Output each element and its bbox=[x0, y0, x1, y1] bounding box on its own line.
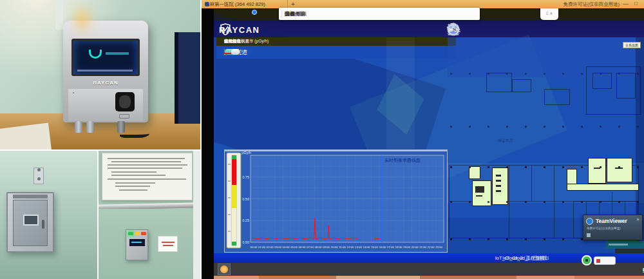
terminal-lower-panel bbox=[68, 89, 143, 121]
plan-column-dot bbox=[544, 166, 545, 168]
plan-column-dot bbox=[488, 166, 489, 168]
highlighted-room[interactable] bbox=[567, 169, 577, 184]
highlighted-room[interactable] bbox=[469, 166, 480, 179]
remote-taskbar: e X ▤ ENG 16:09 2015/5/26 bbox=[214, 263, 644, 276]
plan-column-dot bbox=[618, 73, 620, 75]
plan-column-dot bbox=[637, 201, 639, 203]
plan-column-dot bbox=[600, 73, 601, 75]
highlighted-room[interactable] bbox=[492, 168, 508, 205]
plan-column-dot bbox=[600, 126, 601, 128]
plan-column-dot bbox=[469, 73, 471, 75]
highlighted-room[interactable] bbox=[607, 158, 632, 182]
highlighted-room[interactable] bbox=[588, 158, 606, 184]
plan-column-dot bbox=[506, 126, 508, 128]
highlighted-corridor[interactable] bbox=[567, 184, 639, 191]
toolbar-grip[interactable]: ⁞⁞ ∧ bbox=[540, 8, 558, 20]
curve-color-swatch bbox=[224, 53, 231, 54]
plan-column-dot bbox=[581, 126, 583, 128]
brand-name: RAYCAN bbox=[219, 25, 260, 35]
cables bbox=[75, 121, 137, 140]
x-tick-label: 15:00 bbox=[371, 245, 379, 249]
x-tick-label: 08:00 bbox=[315, 245, 323, 249]
fingerprint-sensor bbox=[115, 92, 135, 111]
plan-column-dot bbox=[544, 201, 545, 203]
app-header-icons bbox=[446, 21, 639, 37]
plan-room-label: 候诊大厅 bbox=[498, 138, 513, 144]
plan-column-dot bbox=[544, 238, 545, 240]
plan-column-dot bbox=[581, 166, 583, 168]
x-tick-label: 14:00 bbox=[363, 245, 371, 249]
power-icon[interactable] bbox=[446, 21, 461, 37]
plan-column-dot bbox=[450, 166, 452, 168]
photo-notice-board bbox=[99, 151, 200, 279]
column-header: 曲线颜色 bbox=[224, 39, 249, 44]
terminal-screen bbox=[71, 39, 140, 76]
plan-column-dot bbox=[637, 126, 639, 128]
dose-rate-chart: 0.000.250.500.75 00:0001:0002:0003:0004:… bbox=[224, 149, 448, 253]
chart-title: 实时剂量率曲线图 bbox=[384, 158, 421, 163]
x-tick-label: 16:00 bbox=[379, 245, 387, 249]
card-slot bbox=[119, 114, 129, 119]
x-tick-label: 02:00 bbox=[267, 245, 274, 249]
plan-column-dot bbox=[506, 238, 508, 240]
plan-column-dot bbox=[618, 201, 620, 203]
session-tab-title: 榆林第一医院 (364 492 829) bbox=[205, 1, 265, 8]
x-tick-label: 00:00 bbox=[251, 245, 258, 249]
plan-column-dot bbox=[469, 126, 471, 128]
x-tick-label: 17:00 bbox=[387, 245, 395, 249]
wall-unit bbox=[33, 168, 44, 184]
alarm-light-red bbox=[141, 232, 146, 235]
tray-app-icon[interactable] bbox=[218, 264, 231, 275]
plan-column-dot bbox=[450, 73, 452, 75]
x-tick-label: 04:00 bbox=[283, 245, 290, 249]
plan-column-dot bbox=[488, 238, 489, 240]
photo-pass-box bbox=[0, 151, 97, 279]
plan-column-dot bbox=[525, 166, 527, 168]
pass-box-window bbox=[23, 215, 39, 226]
plan-column-dot bbox=[488, 201, 489, 203]
plan-column-dot bbox=[469, 238, 471, 240]
cloud2-status: IoT_Cloud_2: 正在连接... bbox=[495, 255, 549, 262]
minimize-button[interactable]: — bbox=[623, 1, 629, 7]
y-tick-label: 0.75 bbox=[242, 175, 249, 179]
plan-column-dot bbox=[450, 201, 452, 203]
plan-view-button[interactable]: 全系统图 bbox=[623, 42, 641, 48]
plan-column-dot bbox=[562, 166, 564, 168]
plan-column-dot bbox=[637, 166, 639, 168]
notice-board bbox=[102, 153, 193, 200]
popup-title: TeamViewer bbox=[596, 218, 627, 224]
plan-column-dot bbox=[525, 126, 527, 128]
plan-column-dot bbox=[600, 166, 601, 168]
tray-flyout-shadow bbox=[615, 249, 644, 253]
plan-column-dot bbox=[618, 126, 620, 128]
popup-close-icon[interactable]: × bbox=[636, 216, 639, 222]
y-axis-unit: μGy/h bbox=[242, 151, 251, 155]
teamviewer-toolbar: ✕ ⚡动作▾▦▾◎查看▾♫音频/视频▾🗀文件传输▾⚙其他▾↧远程更新 bbox=[279, 8, 480, 20]
screen-text-line bbox=[106, 52, 129, 55]
session-tab[interactable]: 榆林第一医院 (364 492 829) × bbox=[203, 0, 288, 8]
new-tab-button[interactable]: + bbox=[291, 1, 295, 8]
alarm-unit-display bbox=[129, 239, 145, 246]
plan-column-dot bbox=[562, 201, 564, 203]
plan-column-dot bbox=[637, 73, 639, 75]
maximize-button[interactable]: □ bbox=[634, 1, 638, 6]
wall-corner bbox=[193, 151, 200, 279]
plan-column-dot bbox=[544, 73, 545, 75]
x-tick-label: 07:00 bbox=[307, 245, 314, 249]
plan-column-dot bbox=[488, 126, 489, 128]
plan-column-dot bbox=[506, 166, 508, 168]
gauge bbox=[227, 153, 241, 248]
tray-quick-panel[interactable] bbox=[594, 256, 616, 265]
teamviewer-overlay-icon bbox=[252, 10, 257, 15]
y-tick-label: 0.00 bbox=[242, 240, 249, 244]
pass-box-handle bbox=[42, 220, 44, 229]
screen-logo-icon bbox=[89, 50, 102, 59]
cable-channel bbox=[55, 0, 63, 30]
teamviewer-tray-badge[interactable] bbox=[582, 255, 592, 265]
y-tick-label: 0.25 bbox=[242, 218, 249, 222]
plan-column-dot bbox=[581, 201, 583, 203]
tab-close-icon[interactable]: × bbox=[205, 1, 208, 7]
popup-note: 免费许可证(仅非商业用途) bbox=[587, 227, 621, 230]
plan-column-dot bbox=[600, 201, 601, 203]
table-row[interactable]: 156病人通道0.06在线正常 bbox=[216, 46, 456, 59]
